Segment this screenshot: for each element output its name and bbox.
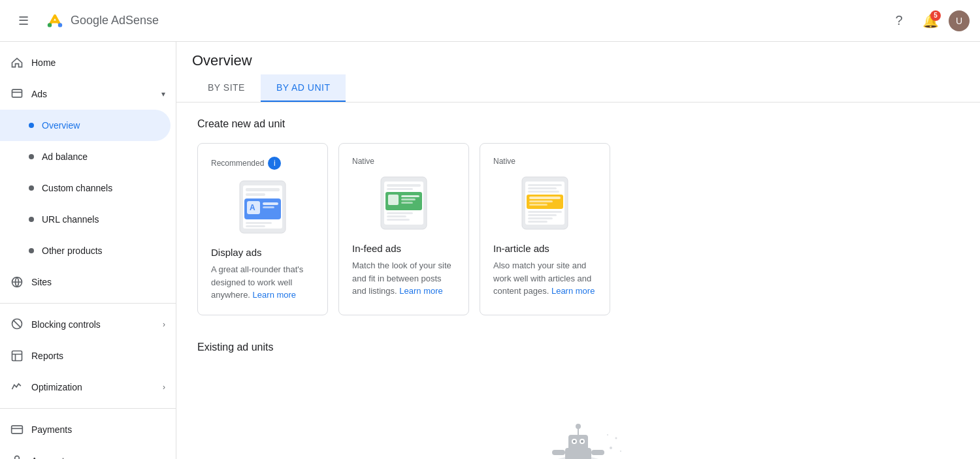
svg-rect-39 xyxy=(529,204,547,206)
overview-dot-icon xyxy=(29,123,34,128)
sidebar-item-custom-channels[interactable]: Custom channels xyxy=(0,172,171,204)
svg-rect-5 xyxy=(12,351,22,361)
display-ads-badge: Recommended i xyxy=(211,157,314,170)
svg-point-1 xyxy=(48,23,52,27)
logo: Google AdSense xyxy=(44,10,159,31)
svg-rect-41 xyxy=(528,214,557,216)
svg-point-56 xyxy=(573,440,576,443)
display-ads-illustration: A xyxy=(217,178,308,236)
sidebar-item-account[interactable]: Account › xyxy=(0,445,176,459)
in-feed-ads-learn-more[interactable]: Learn more xyxy=(399,286,442,296)
tab-by-site[interactable]: BY SITE xyxy=(192,74,261,102)
sidebar-item-label: Optimization xyxy=(31,382,82,392)
sidebar-item-label: Sites xyxy=(31,277,52,287)
sidebar-divider-2 xyxy=(0,408,176,409)
svg-point-49 xyxy=(615,437,617,439)
svg-rect-27 xyxy=(401,202,413,204)
ad-unit-cards: Recommended i xyxy=(197,143,959,315)
svg-rect-17 xyxy=(246,222,272,224)
svg-rect-38 xyxy=(529,200,553,202)
sidebar-item-url-channels[interactable]: URL channels xyxy=(0,204,171,235)
existing-section-title: Existing ad units xyxy=(197,341,959,353)
sidebar: Home Ads ▾ Overview Ad balance Custom ch… xyxy=(0,42,176,459)
svg-rect-43 xyxy=(528,221,547,223)
in-article-ads-desc: Also match your site and work well with … xyxy=(493,259,596,298)
svg-rect-15 xyxy=(263,202,278,205)
svg-text:A: A xyxy=(250,203,255,212)
svg-rect-22 xyxy=(387,188,413,190)
sidebar-item-blocking-controls[interactable]: Blocking controls › xyxy=(0,309,176,340)
svg-rect-11 xyxy=(246,193,265,196)
sidebar-item-label: Overview xyxy=(42,120,80,131)
avatar[interactable]: U xyxy=(949,10,970,31)
in-feed-ads-card[interactable]: Native xyxy=(338,143,469,315)
svg-rect-6 xyxy=(12,426,23,434)
in-feed-ads-illustration xyxy=(358,174,449,232)
sidebar-item-label: Blocking controls xyxy=(31,319,101,330)
sidebar-item-label: Ad balance xyxy=(42,151,88,162)
in-article-ads-card[interactable]: Native xyxy=(480,143,610,315)
sidebar-item-optimization[interactable]: Optimization › xyxy=(0,372,176,403)
info-icon: i xyxy=(268,157,281,170)
in-article-ads-illustration xyxy=(499,174,591,232)
topbar-right: ? 🔔 5 U xyxy=(886,8,970,34)
sidebar-divider xyxy=(0,303,176,304)
tab-by-ad-unit[interactable]: BY AD UNIT xyxy=(261,74,346,102)
account-icon xyxy=(10,454,24,460)
svg-point-48 xyxy=(610,447,612,449)
sidebar-item-reports[interactable]: Reports xyxy=(0,340,171,372)
empty-state-illustration xyxy=(526,392,630,460)
in-feed-ads-badge: Native xyxy=(352,157,455,166)
svg-rect-10 xyxy=(246,188,280,191)
content-body: Create new ad unit Recommended i xyxy=(176,103,980,459)
svg-rect-24 xyxy=(388,195,399,205)
sidebar-item-label: Home xyxy=(31,57,56,68)
notification-badge: 5 xyxy=(930,10,941,21)
chevron-down-icon: ▾ xyxy=(161,89,165,99)
sidebar-item-ad-balance[interactable]: Ad balance xyxy=(0,141,171,172)
svg-rect-29 xyxy=(387,215,406,217)
svg-rect-53 xyxy=(568,435,588,451)
svg-rect-60 xyxy=(552,450,565,455)
sidebar-item-ads[interactable]: Ads ▾ xyxy=(0,78,176,110)
chevron-right-icon: › xyxy=(163,320,165,329)
main-layout: Home Ads ▾ Overview Ad balance Custom ch… xyxy=(0,42,980,459)
sidebar-item-home[interactable]: Home xyxy=(0,47,171,78)
display-ads-title: Display ads xyxy=(211,247,314,258)
display-ads-desc: A great all-rounder that's designed to w… xyxy=(211,263,314,302)
main-content: Overview BY SITE BY AD UNIT Create new a… xyxy=(176,42,980,459)
notifications-button[interactable]: 🔔 5 xyxy=(917,8,943,34)
menu-button[interactable]: ☰ xyxy=(10,8,37,34)
page-title: Overview xyxy=(192,52,964,69)
svg-rect-35 xyxy=(528,191,559,193)
logo-text: Google AdSense xyxy=(71,14,159,27)
svg-rect-16 xyxy=(263,206,274,208)
svg-rect-42 xyxy=(528,217,553,219)
other-products-dot-icon xyxy=(29,248,34,253)
in-article-ads-learn-more[interactable]: Learn more xyxy=(551,286,595,296)
in-article-ads-badge: Native xyxy=(493,157,596,166)
chevron-right-icon2: › xyxy=(163,383,165,392)
display-ads-card[interactable]: Recommended i xyxy=(197,143,328,315)
svg-rect-2 xyxy=(12,89,22,97)
help-button[interactable]: ? xyxy=(886,8,912,34)
empty-state: Create an ad unit, see it here xyxy=(197,366,959,460)
svg-rect-18 xyxy=(246,225,265,227)
sidebar-item-payments[interactable]: Payments xyxy=(0,414,171,445)
svg-point-0 xyxy=(58,23,62,27)
sidebar-item-other-products[interactable]: Other products xyxy=(0,235,171,266)
blocking-controls-icon xyxy=(10,317,24,332)
tabs-container: BY SITE BY AD UNIT xyxy=(176,74,980,103)
svg-point-59 xyxy=(576,424,581,429)
display-ads-badge-text: Recommended xyxy=(211,159,264,168)
sites-icon xyxy=(10,276,24,289)
sidebar-item-sites[interactable]: Sites xyxy=(0,266,171,298)
home-icon xyxy=(10,56,24,69)
svg-rect-28 xyxy=(387,212,413,214)
in-feed-ads-badge-text: Native xyxy=(352,157,374,166)
sidebar-item-label: Other products xyxy=(42,245,103,256)
display-ads-learn-more[interactable]: Learn more xyxy=(253,290,296,300)
sidebar-item-overview[interactable]: Overview xyxy=(0,110,171,141)
url-channels-dot-icon xyxy=(29,217,34,222)
in-article-ads-badge-text: Native xyxy=(493,157,515,166)
